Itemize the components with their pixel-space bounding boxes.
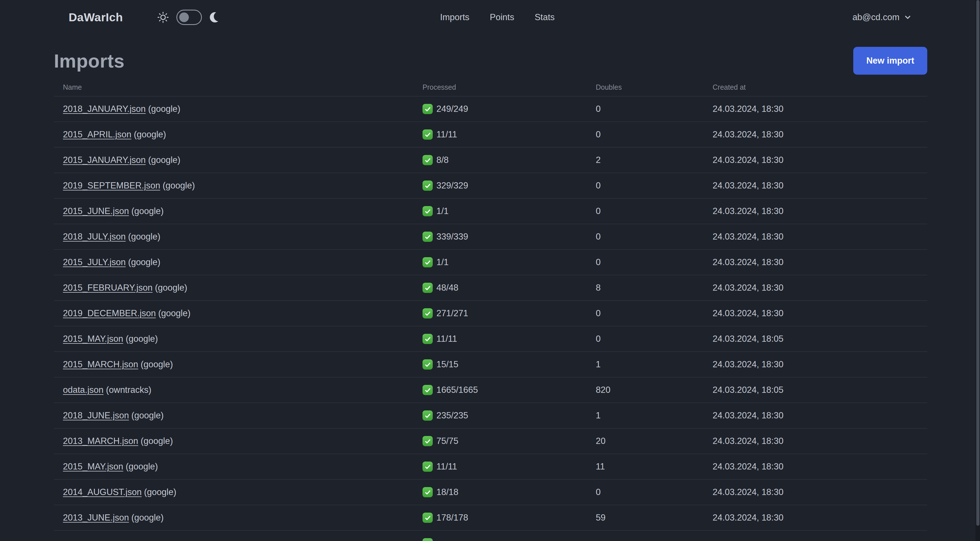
name-cell: 2018_JUNE.json (google) [63,410,423,421]
name-cell: 2015_APRIL.json (google) [63,129,423,140]
processed-cell: 11/11 [423,461,596,472]
processed-count: 339/339 [436,231,468,242]
doubles-count: 1 [596,359,713,370]
name-cell: 2015_MAY.json (google) [63,334,423,344]
name-cell: 2014_AUGUST.json (google) [63,487,423,497]
created-at: 24.03.2024, 18:30 [713,410,918,421]
import-file-link[interactable]: 2013_MARCH.json [63,436,138,446]
processed-cell: 75/75 [423,436,596,446]
column-header-name: Name [63,83,423,91]
import-file-link[interactable]: 2018_JULY.json [63,231,126,241]
processed-count: 48/48 [436,283,458,293]
column-header-doubles: Doubles [596,83,713,91]
moon-icon [209,11,222,24]
doubles-count: 0 [596,308,713,318]
app-logo[interactable]: DaWarIch [68,11,123,24]
success-check-icon [423,359,433,370]
processed-count: 18/18 [436,487,458,497]
processed-count: 1/1 [436,257,449,267]
import-source: (google) [138,436,173,446]
created-at: 24.03.2024, 18:30 [713,231,918,242]
table-row: 2015_JANUARY.json (google)8/8224.03.2024… [54,147,927,172]
processed-count: 11/11 [436,461,457,472]
success-check-icon [423,104,433,114]
table-row: 2015_JULY.json (google)1/1024.03.2024, 1… [54,249,927,275]
import-file-link[interactable]: 2018_JUNE.json [63,410,129,420]
nav-link-stats[interactable]: Stats [535,12,555,22]
table-row: 2013_MARCH.json (google)75/752024.03.202… [54,428,927,453]
success-check-icon [423,436,433,446]
table-row: 2013_JUNE.json (google)178/1785924.03.20… [54,505,927,530]
main-nav: Imports Points Stats [440,0,555,35]
created-at: 24.03.2024, 18:30 [713,487,918,497]
scrollbar-track [975,0,980,541]
success-check-icon [423,512,433,523]
created-at: 24.03.2024, 18:30 [713,155,918,165]
created-at: 24.03.2024, 18:30 [713,129,918,140]
account-menu[interactable]: ab@cd.com [853,12,912,22]
import-file-link[interactable]: 2015_JUNE.json [63,206,129,216]
name-cell: 2015_MAY.json (google) [63,461,423,472]
import-file-link[interactable]: 2015_APRIL.json [63,129,131,139]
processed-count: 11/11 [436,129,457,140]
theme-toggle-switch[interactable] [177,10,202,25]
import-source: (google) [160,180,195,190]
table-header-row: Name Processed Doubles Created at [54,78,927,96]
doubles-count: 0 [596,257,713,267]
import-file-link[interactable]: 2015_MAY.json [63,461,123,471]
import-file-link[interactable]: 2013_JUNE.json [63,512,129,523]
processed-count: 1665/1665 [436,385,478,395]
processed-count: 178/178 [436,512,468,523]
chevron-down-icon [904,13,912,22]
processed-count: 15/15 [436,359,458,370]
doubles-count: 0 [596,206,713,216]
table-row: 2019_DECEMBER.json (google)271/271024.03… [54,300,927,326]
import-file-link[interactable]: 2014_AUGUST.json [63,487,142,497]
top-navbar: DaWarIch Imports Points Stats [0,0,980,35]
processed-cell: 339/339 [423,231,596,242]
import-source: (google) [123,461,158,471]
processed-count: 8/8 [436,155,449,165]
import-file-link[interactable]: 2019_DECEMBER.json [63,308,156,318]
processed-count: 1/1 [436,206,449,216]
imports-table: Name Processed Doubles Created at 2018_J… [54,78,927,541]
doubles-count: 820 [596,385,713,395]
processed-cell: 1665/1665 [423,385,596,395]
import-file-link[interactable]: 2015_MAY.json [63,334,123,344]
column-header-created-at: Created at [713,83,918,91]
import-file-link[interactable]: 2015_JULY.json [63,257,126,267]
import-file-link[interactable]: 2015_JANUARY.json [63,155,146,165]
success-check-icon [423,257,433,267]
import-file-link[interactable]: 2019_SEPTEMBER.json [63,180,160,190]
table-row: 2015_MAY.json (google)11/111124.03.2024,… [54,453,927,479]
created-at: 24.03.2024, 18:30 [713,206,918,216]
new-import-button[interactable]: New import [853,47,927,75]
success-check-icon [423,334,433,344]
table-row: 2014_AUGUST.json (google)18/18024.03.202… [54,479,927,505]
created-at: 24.03.2024, 18:05 [713,334,918,344]
name-cell: 2018_JANUARY.json (google) [63,104,423,114]
import-source: (google) [126,257,160,267]
import-file-link[interactable]: odata.json [63,385,103,395]
import-source: (google) [129,410,164,420]
import-file-link[interactable]: 2015_MARCH.json [63,359,138,369]
created-at: 24.03.2024, 18:30 [713,308,918,318]
name-cell: 2015_FEBRUARY.json (google) [63,283,423,293]
processed-cell: 8/8 [423,155,596,165]
import-file-link[interactable]: 2018_JANUARY.json [63,104,146,114]
table-row: 2018_JULY.json (google)339/339024.03.202… [54,223,927,249]
success-check-icon [423,206,433,216]
processed-cell: 329/329 [423,180,596,191]
import-source: (google) [146,155,180,165]
success-check-icon [423,461,433,472]
nav-link-points[interactable]: Points [490,12,514,22]
column-header-processed: Processed [423,83,596,91]
processed-count: 11/11 [436,334,457,344]
import-file-link[interactable]: 2015_FEBRUARY.json [63,283,153,293]
success-check-icon [423,410,433,421]
scrollbar-thumb[interactable] [976,0,980,526]
success-check-icon [423,155,433,165]
nav-link-imports[interactable]: Imports [440,12,469,22]
table-row: 2015_MAY.json (google)11/11024.03.2024, … [54,326,927,351]
doubles-count: 8 [596,283,713,293]
